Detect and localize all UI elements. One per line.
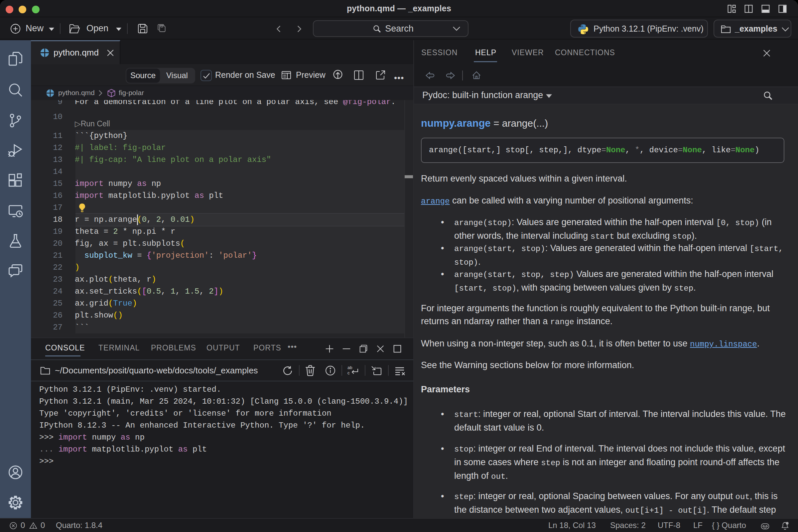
svg-text:ab: ab (347, 365, 352, 370)
svg-text:c: c (347, 370, 350, 375)
